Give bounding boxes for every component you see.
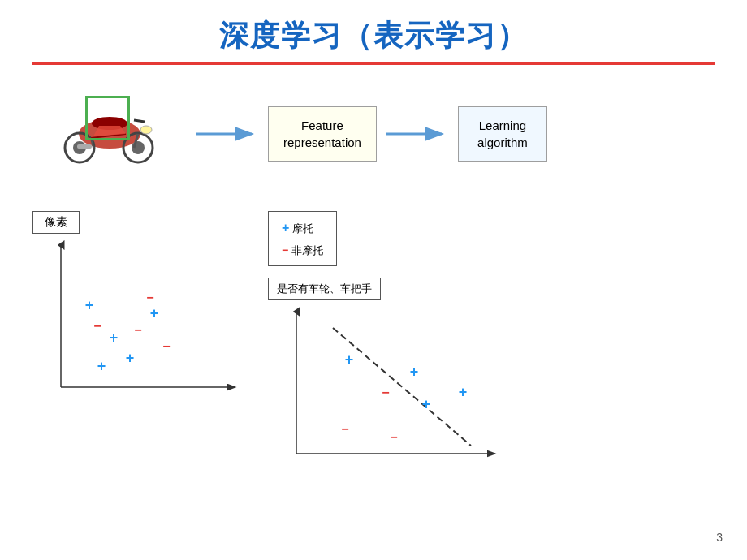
svg-line-7: [134, 120, 145, 122]
top-diagram: Feature representation Learning algorith…: [57, 89, 715, 179]
svg-text:−: −: [162, 339, 170, 353]
svg-text:−: −: [382, 386, 389, 399]
feature-label: 是否有车轮、车把手: [268, 278, 381, 300]
svg-text:−: −: [390, 430, 397, 444]
svg-rect-11: [77, 144, 92, 149]
right-scatter-svg: + + + + − − −: [268, 304, 512, 466]
detection-box: [85, 96, 130, 140]
legend-plus-item: + 摩托: [282, 217, 323, 240]
center-right-section: + 摩托 − 非摩托 是否有车轮、车把手: [268, 211, 520, 469]
svg-text:−: −: [341, 422, 348, 436]
svg-text:+: +: [85, 297, 94, 313]
page-number: 3: [716, 531, 723, 544]
learning-algorithm-box: Learning algorithm: [458, 106, 547, 162]
svg-point-3: [132, 141, 145, 154]
feature-representation-box: Feature representation: [268, 106, 377, 162]
svg-text:+: +: [97, 358, 106, 374]
left-scatter-svg: + + + + + − − − −: [32, 237, 244, 399]
svg-text:+: +: [459, 384, 468, 400]
svg-text:−: −: [146, 291, 153, 304]
svg-text:+: +: [150, 305, 159, 321]
svg-text:+: +: [410, 364, 419, 380]
svg-text:+: +: [110, 330, 119, 346]
bottom-section: 像素 + + + +: [32, 211, 715, 469]
svg-point-10: [140, 126, 152, 134]
slide: 深度学习（表示学习）: [0, 0, 747, 560]
motorcycle-image: [57, 89, 187, 179]
legend-box: + 摩托 − 非摩托: [268, 211, 337, 266]
arrow-2: [385, 124, 450, 144]
arrow-1: [195, 124, 260, 144]
svg-text:+: +: [422, 396, 431, 412]
svg-line-34: [333, 328, 471, 446]
svg-text:−: −: [134, 323, 141, 337]
pixel-label: 像素: [32, 211, 80, 234]
legend-minus-item: − 非摩托: [282, 240, 323, 261]
svg-text:−: −: [93, 319, 101, 333]
svg-text:+: +: [345, 351, 354, 368]
svg-text:+: +: [126, 350, 135, 366]
left-scatter-plot: 像素 + + + +: [32, 211, 260, 403]
title-divider: [32, 62, 715, 65]
right-scatter-plot: 是否有车轮、车把手: [268, 278, 520, 469]
slide-title: 深度学习（表示学习）: [32, 16, 715, 56]
